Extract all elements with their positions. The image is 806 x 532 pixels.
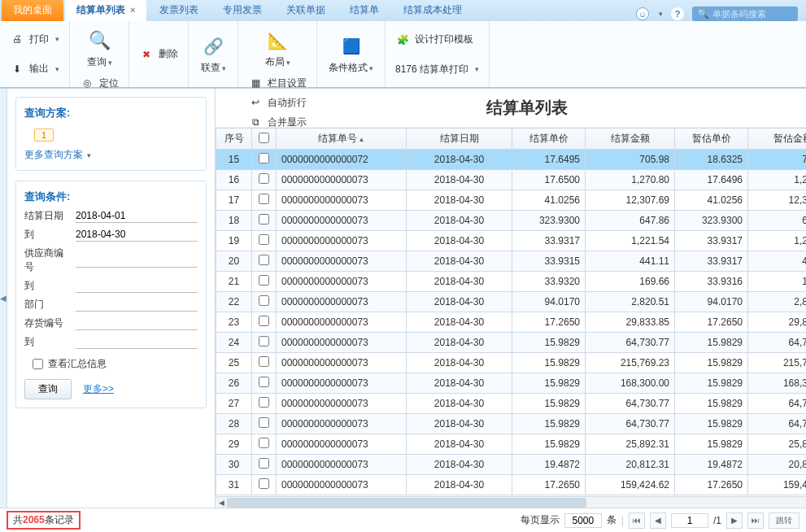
cell-checkbox[interactable] bbox=[252, 475, 277, 495]
table-row[interactable]: 2400000000000000732018-04-3015.982964,73… bbox=[216, 333, 807, 353]
table-row[interactable]: 1900000000000000732018-04-3033.93171,221… bbox=[216, 231, 807, 251]
help-icon[interactable]: ? bbox=[671, 7, 684, 20]
horizontal-scrollbar[interactable]: ◀ ▶ bbox=[216, 496, 806, 508]
delete-button[interactable]: ✖删除 bbox=[136, 46, 181, 63]
row-checkbox[interactable] bbox=[259, 214, 269, 225]
cell-checkbox[interactable] bbox=[252, 312, 277, 333]
table-row[interactable]: 2500000000000000732018-04-3015.9829215,7… bbox=[216, 353, 807, 373]
supplier-code-from-input[interactable] bbox=[76, 254, 198, 268]
last-page-button[interactable]: ⏭ bbox=[747, 512, 764, 529]
view-summary-checkbox[interactable] bbox=[33, 359, 43, 369]
col-header-checkbox[interactable] bbox=[252, 129, 277, 150]
cell-checkbox[interactable] bbox=[252, 353, 277, 373]
tab-结算单[interactable]: 结算单 bbox=[338, 0, 390, 21]
row-checkbox[interactable] bbox=[259, 316, 269, 326]
row-checkbox[interactable] bbox=[259, 295, 269, 306]
col-header-est-amount[interactable]: 暂估金额 bbox=[748, 129, 807, 150]
barcode-search[interactable]: 🔍 bbox=[692, 7, 798, 21]
user-icon[interactable]: ☺ bbox=[636, 7, 649, 20]
cell-checkbox[interactable] bbox=[252, 434, 277, 455]
tab-专用发票[interactable]: 专用发票 bbox=[211, 0, 273, 21]
inventory-code-to-input[interactable] bbox=[76, 335, 198, 349]
col-header-doc-no[interactable]: 结算单号▲ bbox=[277, 129, 407, 150]
row-checkbox[interactable] bbox=[259, 336, 269, 347]
col-header-est-price[interactable]: 暂估单价 bbox=[675, 129, 748, 150]
prev-page-button[interactable]: ◀ bbox=[650, 512, 666, 529]
tab-home[interactable]: 我的桌面 bbox=[2, 0, 63, 21]
row-checkbox[interactable] bbox=[259, 356, 269, 367]
table-row[interactable]: 2300000000000000732018-04-3017.265029,83… bbox=[216, 312, 807, 333]
cell-checkbox[interactable] bbox=[252, 231, 277, 251]
row-checkbox[interactable] bbox=[259, 153, 269, 164]
cell-checkbox[interactable] bbox=[252, 414, 277, 434]
table-row[interactable]: 2900000000000000732018-04-3015.982925,89… bbox=[216, 434, 807, 455]
inventory-code-from-input[interactable] bbox=[76, 316, 198, 330]
export-button[interactable]: ⬇输出▾ bbox=[7, 60, 63, 78]
table-row[interactable]: 2700000000000000732018-04-3015.982964,73… bbox=[216, 394, 807, 414]
close-icon[interactable]: × bbox=[130, 5, 135, 15]
row-checkbox[interactable] bbox=[259, 438, 269, 448]
cell-checkbox[interactable] bbox=[252, 170, 277, 190]
goto-page-button[interactable]: 跳转 bbox=[769, 512, 799, 529]
barcode-search-input[interactable] bbox=[712, 9, 793, 19]
query-button[interactable]: 🔍查询▾ bbox=[81, 24, 117, 72]
col-header-seq[interactable]: 序号 bbox=[216, 129, 252, 150]
col-header-unit-price[interactable]: 结算单价 bbox=[512, 129, 586, 150]
cell-checkbox[interactable] bbox=[252, 455, 277, 475]
more-conditions-link[interactable]: 更多>> bbox=[83, 382, 114, 396]
tab-发票列表[interactable]: 发票列表 bbox=[148, 0, 210, 21]
select-all-checkbox[interactable] bbox=[259, 133, 269, 143]
row-checkbox[interactable] bbox=[259, 417, 269, 428]
table-row[interactable]: 1800000000000000732018-04-30323.9300647.… bbox=[216, 211, 807, 231]
settle-date-to-input[interactable] bbox=[76, 228, 198, 242]
tab-关联单据[interactable]: 关联单据 bbox=[275, 0, 337, 21]
table-row[interactable]: 2000000000000000732018-04-3033.9315441.1… bbox=[216, 251, 807, 272]
col-header-amount[interactable]: 结算金额 bbox=[586, 129, 675, 150]
table-row[interactable]: 3100000000000000732018-04-3017.2650159,4… bbox=[216, 475, 807, 495]
row-checkbox[interactable] bbox=[259, 377, 269, 387]
row-checkbox[interactable] bbox=[259, 478, 269, 489]
row-checkbox[interactable] bbox=[259, 397, 269, 408]
cell-checkbox[interactable] bbox=[252, 190, 277, 211]
print-button[interactable]: 🖨打印▾ bbox=[7, 30, 63, 48]
table-row[interactable]: 1500000000000000722018-04-3017.6495705.9… bbox=[216, 150, 807, 170]
table-row[interactable]: 2800000000000000732018-04-3015.982964,73… bbox=[216, 414, 807, 434]
table-row[interactable]: 2200000000000000732018-04-3094.01702,820… bbox=[216, 292, 807, 312]
tab-结算成本处理[interactable]: 结算成本处理 bbox=[392, 0, 473, 21]
cell-checkbox[interactable] bbox=[252, 394, 277, 414]
table-row[interactable]: 2600000000000000732018-04-3015.9829168,3… bbox=[216, 373, 807, 394]
scroll-left-arrow[interactable]: ◀ bbox=[216, 497, 227, 508]
table-row[interactable]: 2100000000000000732018-04-3033.9320169.6… bbox=[216, 272, 807, 292]
tab-结算单列表[interactable]: 结算单列表× bbox=[65, 0, 146, 21]
row-checkbox[interactable] bbox=[259, 234, 269, 245]
perpage-input[interactable] bbox=[564, 513, 602, 528]
cell-checkbox[interactable] bbox=[252, 272, 277, 292]
settle-date-from-input[interactable] bbox=[76, 209, 198, 223]
row-checkbox[interactable] bbox=[259, 194, 269, 204]
more-query-plans-link[interactable]: 更多查询方案 ▾ bbox=[24, 148, 198, 162]
first-page-button[interactable]: ⏮ bbox=[629, 512, 645, 529]
table-row[interactable]: 1700000000000000732018-04-3041.025612,30… bbox=[216, 190, 807, 211]
query-plan-badge[interactable]: 1 bbox=[34, 129, 54, 142]
cell-checkbox[interactable] bbox=[252, 333, 277, 353]
design-print-template-button[interactable]: 🧩设计打印模板 bbox=[392, 31, 482, 49]
supplier-code-to-input[interactable] bbox=[76, 279, 198, 293]
row-checkbox[interactable] bbox=[259, 458, 269, 469]
collapse-sidebar-handle[interactable]: ◀ bbox=[0, 89, 7, 508]
run-query-button[interactable]: 查询 bbox=[24, 379, 72, 399]
layout-button[interactable]: 📐布局▾ bbox=[259, 24, 295, 72]
table-row[interactable]: 1600000000000000732018-04-3017.65001,270… bbox=[216, 170, 807, 190]
row-checkbox[interactable] bbox=[259, 255, 269, 265]
col-header-date[interactable]: 结算日期 bbox=[407, 129, 512, 150]
table-row[interactable]: 3000000000000000732018-04-3019.487220,81… bbox=[216, 455, 807, 475]
cell-checkbox[interactable] bbox=[252, 373, 277, 394]
conditional-format-button[interactable]: 🟦条件格式▾ bbox=[324, 30, 378, 78]
cell-checkbox[interactable] bbox=[252, 211, 277, 231]
link-query-button[interactable]: 🔗联查▾ bbox=[195, 30, 231, 78]
cell-checkbox[interactable] bbox=[252, 251, 277, 272]
row-checkbox[interactable] bbox=[259, 173, 269, 184]
row-checkbox[interactable] bbox=[259, 275, 269, 286]
batch-print-button[interactable]: 8176 结算单打印▾ bbox=[392, 61, 482, 78]
current-page-input[interactable] bbox=[671, 513, 708, 528]
scroll-thumb[interactable] bbox=[227, 498, 586, 508]
